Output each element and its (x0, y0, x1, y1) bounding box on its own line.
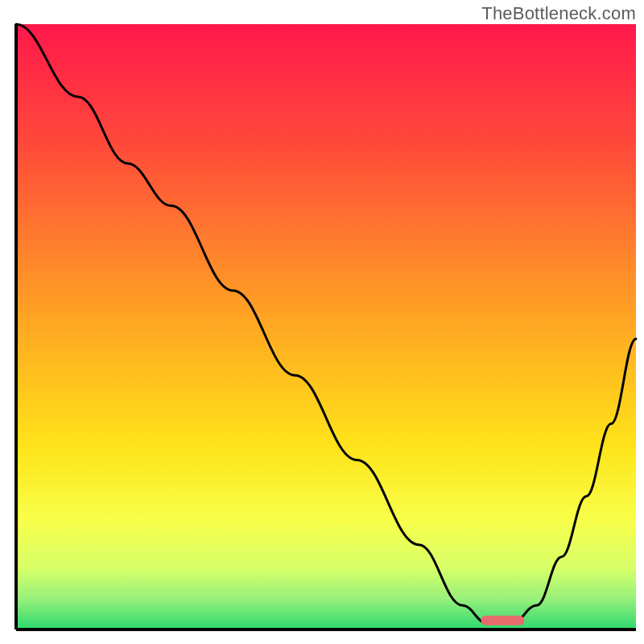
chart-container: { "watermark": "TheBottleneck.com", "cha… (0, 0, 644, 644)
gradient-background (16, 24, 636, 630)
bottleneck-chart (0, 0, 644, 644)
sweet-spot-marker (481, 616, 525, 625)
